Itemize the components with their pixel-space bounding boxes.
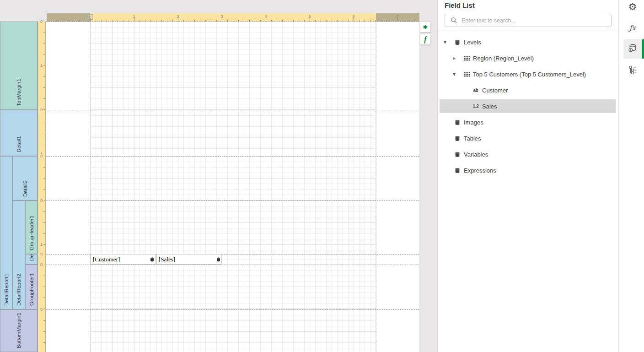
design-surface: 01234567 0101001000 [Customer][Sales] To… <box>0 0 437 352</box>
band-groupfooter1[interactable]: GroupFooter1 <box>25 265 38 309</box>
ruler-tick <box>43 309 45 309</box>
search-icon <box>451 17 457 24</box>
design-grid <box>90 309 376 352</box>
ruler-number: 6 <box>352 14 354 19</box>
tree-item-label: Levels <box>464 39 481 46</box>
ruler-tick <box>43 320 45 321</box>
band-groupheader1[interactable]: GroupHeader1 <box>25 200 38 254</box>
design-grid <box>90 110 376 156</box>
ruler-number: 2 <box>177 14 179 19</box>
chevron-right-icon[interactable]: ▶ <box>453 56 463 60</box>
ruler-number: 0 <box>40 20 43 24</box>
tree-item-variables[interactable]: Variables <box>440 147 616 161</box>
ruler-tick <box>43 54 45 55</box>
field-tree: ▼Levels▶Region (Region_Level)▼Top 5 Cust… <box>438 35 618 352</box>
tree-item-expressions[interactable]: Expressions <box>440 163 616 177</box>
tree-item-images[interactable]: Images <box>440 115 616 129</box>
field-list-panel: Field List ▼Levels▶Region (Region_Level)… <box>437 0 618 352</box>
tree-item-label: Customer <box>482 87 508 94</box>
ruler-tick <box>43 276 45 276</box>
ruler-tick <box>43 178 45 179</box>
vertical-ruler: 0101001000 <box>38 22 46 352</box>
horizontal-ruler: 01234567 <box>47 13 419 22</box>
ruler-number: 0 <box>40 154 43 158</box>
band-de[interactable]: De <box>25 254 38 265</box>
tree-item-label: Expressions <box>464 167 496 174</box>
ruler-tick <box>43 32 45 33</box>
ruler-tick <box>397 18 398 22</box>
field-binding-icon[interactable] <box>150 256 155 262</box>
database-add-icon <box>628 43 638 55</box>
ruler-tick <box>43 132 45 132</box>
ruler-tick <box>310 18 310 22</box>
ruler-number: 4 <box>264 14 267 19</box>
ruler-tick <box>43 98 45 99</box>
band-boundary-line <box>46 200 419 201</box>
ruler-number: 0 <box>40 308 43 312</box>
formula-button[interactable]: f <box>420 34 431 45</box>
database-icon <box>454 135 461 142</box>
ruler-tick <box>43 189 45 190</box>
ruler-tick <box>43 342 45 343</box>
database-icon <box>454 151 461 158</box>
design-grid <box>90 22 376 110</box>
design-grid <box>90 265 376 309</box>
report-settings-button[interactable]: ✱ <box>420 22 431 32</box>
chevron-down-icon[interactable]: ▼ <box>453 72 463 76</box>
ruler-tick <box>43 244 45 245</box>
band-boundary-line <box>46 22 419 22</box>
field-binding-icon[interactable] <box>216 256 221 262</box>
ruler-number: 1 <box>40 243 43 247</box>
tree-item-label: Tables <box>464 135 481 142</box>
ruler-tick <box>43 222 45 223</box>
ruler-tick <box>43 298 45 298</box>
formula-green-icon: f <box>424 35 426 43</box>
ruler-tick <box>43 200 45 200</box>
band-topmargin1[interactable]: TopMargin1 <box>0 22 38 110</box>
ruler-tick <box>266 18 266 22</box>
ruler-tick <box>43 109 45 110</box>
tree-item-top-5-customers-top-5-customers-level[interactable]: ▼Top 5 Customers (Top 5 Customers_Level) <box>440 67 616 81</box>
tree-item-tables[interactable]: Tables <box>440 131 616 145</box>
tree-item-customer[interactable]: abCustomer <box>440 83 616 97</box>
band-detail1[interactable]: Detail1 <box>0 110 38 156</box>
gear-green-icon: ✱ <box>423 24 428 31</box>
report-designer: 01234567 0101001000 [Customer][Sales] To… <box>0 0 644 352</box>
gear-icon: ⚙ <box>628 1 637 12</box>
ruler-tick <box>43 121 45 121</box>
tree-item-sales[interactable]: 1.2Sales <box>440 99 616 113</box>
field-box[interactable]: [Sales] <box>156 254 222 265</box>
band-detail2[interactable]: Detail2 <box>12 156 38 200</box>
band-detailreport2[interactable]: DetailReport2 <box>12 200 25 309</box>
toolbar-field-list-button[interactable] <box>623 39 642 59</box>
search-box[interactable] <box>445 14 612 27</box>
database-icon <box>454 119 461 126</box>
field-box[interactable]: [Customer] <box>91 254 156 265</box>
band-boundary-line <box>46 309 419 310</box>
toolbar-levels-structure-button[interactable] <box>623 64 642 77</box>
database-icon <box>454 167 461 174</box>
field-expression: [Customer] <box>93 256 120 263</box>
tree-item-levels[interactable]: ▼Levels <box>440 35 616 49</box>
search-input[interactable] <box>462 17 607 24</box>
toolbar-functions-button[interactable]: ƒx <box>623 21 642 35</box>
toolbar-settings-button[interactable]: ⚙ <box>623 0 642 14</box>
chevron-down-icon[interactable]: ▼ <box>444 40 454 44</box>
tree-item-label: Images <box>464 119 483 126</box>
ruler-tick <box>354 18 354 22</box>
page-left-edge-guide <box>90 22 91 352</box>
design-grid <box>90 200 376 254</box>
ruler-tick <box>43 211 45 212</box>
ruler-number: 7 <box>396 14 398 19</box>
ruler-number: 3 <box>220 14 223 19</box>
band-boundary-line <box>46 265 419 265</box>
tree-item-label: Sales <box>482 103 497 110</box>
tree-item-region-region-level[interactable]: ▶Region (Region_Level) <box>440 51 616 65</box>
band-detailreport1[interactable]: DetailReport1 <box>0 156 12 309</box>
panel-divider <box>438 31 618 31</box>
field-expression: [Sales] <box>159 256 175 263</box>
band-bottommargin1[interactable]: BottomMargin1 <box>0 309 38 352</box>
ruler-number: 0 <box>40 108 43 112</box>
band-header-column: TopMargin1Detail1DetailReport1Detail2Det… <box>0 22 38 352</box>
page-right-edge-guide <box>376 22 376 352</box>
